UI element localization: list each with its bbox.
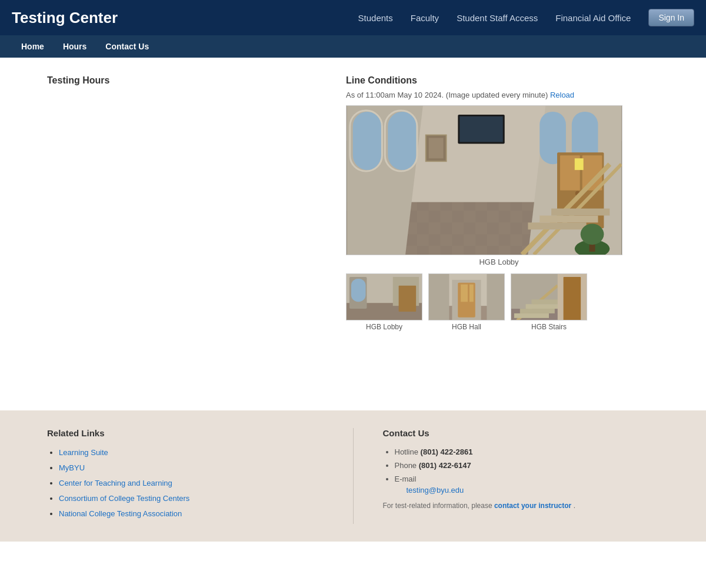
svg-point-27 bbox=[581, 223, 604, 245]
nav-home[interactable]: Home bbox=[12, 37, 54, 56]
list-item: Consortium of College Testing Centers bbox=[59, 493, 324, 503]
thumb-hall-svg bbox=[429, 274, 504, 320]
svg-rect-6 bbox=[353, 112, 382, 170]
svg-rect-34 bbox=[351, 279, 366, 302]
link-learning-suite[interactable]: Learning Suite bbox=[59, 448, 108, 457]
list-item: MyBYU bbox=[59, 463, 324, 472]
link-mybyu[interactable]: MyBYU bbox=[59, 463, 85, 472]
right-column: Line Conditions As of 11:00am May 10 202… bbox=[346, 75, 652, 381]
svg-rect-53 bbox=[564, 277, 581, 320]
nav-student-staff[interactable]: Student Staff Access bbox=[457, 13, 538, 23]
timestamp-text: As of 11:00am May 10 2024. (Image update… bbox=[346, 91, 548, 99]
footer-note-link[interactable]: contact your instructor bbox=[494, 502, 571, 510]
thumb-hall[interactable]: HGB Hall bbox=[428, 273, 505, 331]
svg-rect-36 bbox=[399, 286, 417, 312]
main-camera-svg bbox=[347, 106, 622, 255]
contact-list: Hotline (801) 422-2861 Phone (801) 422-6… bbox=[383, 447, 660, 495]
svg-rect-41 bbox=[461, 285, 468, 302]
link-consortium[interactable]: Consortium of College Testing Centers bbox=[59, 494, 189, 503]
thumb-lobby-svg bbox=[347, 274, 422, 320]
svg-rect-42 bbox=[469, 285, 474, 302]
main-content: Testing Hours Line Conditions As of 11:0… bbox=[0, 58, 706, 399]
list-item: Learning Suite bbox=[59, 447, 324, 457]
reload-link[interactable]: Reload bbox=[550, 91, 574, 99]
hotline-number: (801) 422-2861 bbox=[421, 447, 473, 456]
svg-rect-28 bbox=[575, 158, 584, 170]
svg-rect-18 bbox=[528, 222, 586, 229]
svg-rect-22 bbox=[459, 116, 502, 142]
main-camera-feed bbox=[346, 105, 622, 255]
link-ctl[interactable]: Center for Teaching and Learning bbox=[59, 479, 172, 487]
svg-rect-20 bbox=[551, 209, 610, 216]
timestamp-line: As of 11:00am May 10 2024. (Image update… bbox=[346, 91, 652, 99]
footer-note-end: . bbox=[574, 502, 575, 510]
list-item: Center for Teaching and Learning bbox=[59, 478, 324, 487]
svg-rect-43 bbox=[429, 274, 449, 320]
thumb-lobby-label: HGB Lobby bbox=[366, 323, 402, 331]
nav-faculty[interactable]: Faculty bbox=[411, 13, 439, 23]
related-links-heading: Related Links bbox=[47, 428, 324, 438]
svg-rect-50 bbox=[526, 304, 561, 309]
thumb-stairs-label: HGB Stairs bbox=[531, 323, 567, 331]
contact-phone: Phone (801) 422-6147 bbox=[395, 461, 660, 470]
thumbnail-row: HGB Lobby HGB Hall bbox=[346, 273, 652, 331]
contact-email: E-mail testing@byu.edu bbox=[395, 475, 660, 495]
link-ncta[interactable]: National College Testing Association bbox=[59, 509, 182, 518]
thumb-lobby-img[interactable] bbox=[346, 273, 422, 320]
thumb-lobby[interactable]: HGB Lobby bbox=[346, 273, 422, 331]
sign-in-button[interactable]: Sign In bbox=[648, 9, 694, 26]
testing-hours-heading: Testing Hours bbox=[47, 75, 322, 86]
top-bar: Testing Center Students Faculty Student … bbox=[0, 0, 706, 35]
footer-note: For test-related information, please con… bbox=[383, 502, 660, 510]
email-label: E-mail bbox=[395, 475, 417, 483]
svg-rect-44 bbox=[487, 274, 504, 320]
main-camera-label: HGB Lobby bbox=[346, 258, 652, 266]
nav-hours[interactable]: Hours bbox=[54, 37, 96, 56]
svg-rect-19 bbox=[540, 216, 598, 223]
top-nav: Students Faculty Student Staff Access Fi… bbox=[358, 9, 694, 26]
footer-related-links: Related Links Learning Suite MyBYU Cente… bbox=[47, 428, 324, 524]
phone-label: Phone bbox=[395, 461, 417, 470]
svg-rect-48 bbox=[514, 313, 549, 318]
thumb-stairs-img[interactable] bbox=[511, 273, 587, 320]
nav-students[interactable]: Students bbox=[358, 13, 393, 23]
thumb-stairs-svg bbox=[511, 274, 587, 320]
footer-note-text: For test-related information, please bbox=[383, 502, 492, 510]
svg-rect-24 bbox=[429, 138, 444, 159]
svg-rect-7 bbox=[388, 112, 417, 170]
nav-contact[interactable]: Contact Us bbox=[96, 37, 158, 56]
hotline-label: Hotline bbox=[395, 447, 418, 456]
line-conditions-heading: Line Conditions bbox=[346, 75, 652, 86]
contact-hotline: Hotline (801) 422-2861 bbox=[395, 447, 660, 456]
nav-financial-aid[interactable]: Financial Aid Office bbox=[555, 13, 631, 23]
thumb-hall-img[interactable] bbox=[428, 273, 505, 320]
thumb-stairs[interactable]: HGB Stairs bbox=[511, 273, 587, 331]
footer-divider bbox=[353, 428, 354, 524]
svg-rect-49 bbox=[520, 309, 555, 313]
phone-number: (801) 422-6147 bbox=[419, 461, 471, 470]
footer-contact: Contact Us Hotline (801) 422-2861 Phone … bbox=[383, 428, 660, 524]
thumb-hall-label: HGB Hall bbox=[452, 323, 481, 331]
footer: Related Links Learning Suite MyBYU Cente… bbox=[0, 410, 706, 542]
secondary-nav: Home Hours Contact Us bbox=[0, 35, 706, 58]
contact-heading: Contact Us bbox=[383, 428, 660, 438]
left-column: Testing Hours bbox=[47, 75, 322, 381]
related-links-list: Learning Suite MyBYU Center for Teaching… bbox=[47, 447, 324, 518]
email-address[interactable]: testing@byu.edu bbox=[407, 486, 660, 495]
list-item: National College Testing Association bbox=[59, 509, 324, 518]
site-title: Testing Center bbox=[12, 9, 118, 27]
